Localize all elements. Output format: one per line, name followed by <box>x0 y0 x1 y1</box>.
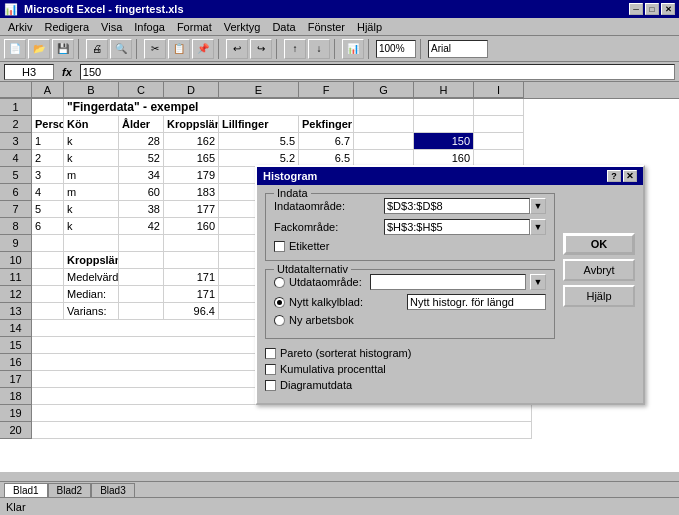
row-header[interactable]: 12 <box>0 286 32 303</box>
cell-c6[interactable]: 60 <box>119 184 164 201</box>
nytt-input[interactable]: Nytt histogr. för längd <box>407 294 546 310</box>
cell-a4[interactable]: 2 <box>32 150 64 167</box>
cell-f2[interactable]: Pekfinger <box>299 116 354 133</box>
utdata-radio[interactable] <box>274 277 285 288</box>
cell-a12[interactable] <box>32 286 64 303</box>
menu-fonster[interactable]: Fönster <box>302 20 351 34</box>
cell-d13[interactable]: 96.4 <box>164 303 219 320</box>
col-header-i[interactable]: I <box>474 82 524 98</box>
paste-button[interactable]: 📌 <box>192 39 214 59</box>
cell-c7[interactable]: 38 <box>119 201 164 218</box>
row-header[interactable]: 15 <box>0 337 32 354</box>
cell-i2[interactable] <box>474 116 524 133</box>
cut-button[interactable]: ✂ <box>144 39 166 59</box>
cell-c3[interactable]: 28 <box>119 133 164 150</box>
col-header-a[interactable]: A <box>32 82 64 98</box>
row-header[interactable]: 9 <box>0 235 32 252</box>
col-header-h[interactable]: H <box>414 82 474 98</box>
cell-b9[interactable] <box>64 235 119 252</box>
cell-b2[interactable]: Kön <box>64 116 119 133</box>
cell-g3[interactable] <box>354 133 414 150</box>
cell-c5[interactable]: 34 <box>119 167 164 184</box>
utdata-input[interactable] <box>370 274 526 290</box>
col-header-b[interactable]: B <box>64 82 119 98</box>
cell-d3[interactable]: 162 <box>164 133 219 150</box>
cell-b12[interactable]: Median: <box>64 286 119 303</box>
cell-c8[interactable]: 42 <box>119 218 164 235</box>
cell-f3[interactable]: 6.7 <box>299 133 354 150</box>
histogram-dialog[interactable]: Histogram ? ✕ Indata Indataområde: $D$3:… <box>255 165 645 405</box>
diagram-checkbox[interactable] <box>265 380 276 391</box>
cell-c12[interactable] <box>119 286 164 303</box>
save-button[interactable]: 💾 <box>52 39 74 59</box>
dialog-close-button[interactable]: ✕ <box>623 170 637 182</box>
cell-a7[interactable]: 5 <box>32 201 64 218</box>
row-header[interactable]: 8 <box>0 218 32 235</box>
cell-a10[interactable] <box>32 252 64 269</box>
cell-a9[interactable] <box>32 235 64 252</box>
close-button[interactable]: ✕ <box>661 3 675 15</box>
cell-b13[interactable]: Varians: <box>64 303 119 320</box>
cell-i3[interactable] <box>474 133 524 150</box>
menu-verktyg[interactable]: Verktyg <box>218 20 267 34</box>
chart-button[interactable]: 📊 <box>342 39 364 59</box>
row-header[interactable]: 10 <box>0 252 32 269</box>
cell-h2[interactable] <box>414 116 474 133</box>
fack-input[interactable]: $H$3:$H$5 <box>384 219 530 235</box>
cell-a1[interactable] <box>32 99 64 116</box>
dialog-question-button[interactable]: ? <box>607 170 621 182</box>
cell-c13[interactable] <box>119 303 164 320</box>
print-button[interactable]: 🖨 <box>86 39 108 59</box>
cell-g1[interactable] <box>354 99 414 116</box>
preview-button[interactable]: 🔍 <box>110 39 132 59</box>
cell-c9[interactable] <box>119 235 164 252</box>
menu-data[interactable]: Data <box>266 20 301 34</box>
cell-d4[interactable]: 165 <box>164 150 219 167</box>
row-header[interactable]: 2 <box>0 116 32 133</box>
cell-d8[interactable]: 160 <box>164 218 219 235</box>
new-button[interactable]: 📄 <box>4 39 26 59</box>
cell-d10[interactable] <box>164 252 219 269</box>
row-header[interactable]: 3 <box>0 133 32 150</box>
cell-b7[interactable]: k <box>64 201 119 218</box>
cell-a13[interactable] <box>32 303 64 320</box>
cell-a5[interactable]: 3 <box>32 167 64 184</box>
cell-h3[interactable]: 150 <box>414 133 474 150</box>
row-header[interactable]: 18 <box>0 388 32 405</box>
row-header[interactable]: 5 <box>0 167 32 184</box>
cell-e3[interactable]: 5.5 <box>219 133 299 150</box>
cell-row20[interactable] <box>32 422 532 439</box>
col-header-c[interactable]: C <box>119 82 164 98</box>
col-header-d[interactable]: D <box>164 82 219 98</box>
row-header[interactable]: 16 <box>0 354 32 371</box>
cell-a3[interactable]: 1 <box>32 133 64 150</box>
cell-row19[interactable] <box>32 405 532 422</box>
menu-format[interactable]: Format <box>171 20 218 34</box>
cell-d9[interactable] <box>164 235 219 252</box>
cell-i1[interactable] <box>474 99 524 116</box>
indata-input[interactable]: $D$3:$D$8 <box>384 198 530 214</box>
col-header-g[interactable]: G <box>354 82 414 98</box>
copy-button[interactable]: 📋 <box>168 39 190 59</box>
cell-b1[interactable]: "Fingerdata" - exempel <box>64 99 354 116</box>
sort-asc-button[interactable]: ↑ <box>284 39 306 59</box>
row-header[interactable]: 4 <box>0 150 32 167</box>
sort-desc-button[interactable]: ↓ <box>308 39 330 59</box>
cell-b4[interactable]: k <box>64 150 119 167</box>
row-header[interactable]: 1 <box>0 99 32 116</box>
etiketter-checkbox[interactable] <box>274 241 285 252</box>
cell-h1[interactable] <box>414 99 474 116</box>
font-combo[interactable] <box>428 40 488 58</box>
minimize-button[interactable]: ─ <box>629 3 643 15</box>
ok-button[interactable]: OK <box>563 233 635 255</box>
sheet-tab-blad3[interactable]: Blad3 <box>91 483 135 497</box>
maximize-button[interactable]: □ <box>645 3 659 15</box>
row-header[interactable]: 17 <box>0 371 32 388</box>
menu-infoga[interactable]: Infoga <box>128 20 171 34</box>
cell-b6[interactable]: m <box>64 184 119 201</box>
row-header[interactable]: 11 <box>0 269 32 286</box>
help-button[interactable]: Hjälp <box>563 285 635 307</box>
fack-picker-button[interactable]: ▼ <box>530 219 546 235</box>
cell-a2[interactable]: Person <box>32 116 64 133</box>
cell-d7[interactable]: 177 <box>164 201 219 218</box>
